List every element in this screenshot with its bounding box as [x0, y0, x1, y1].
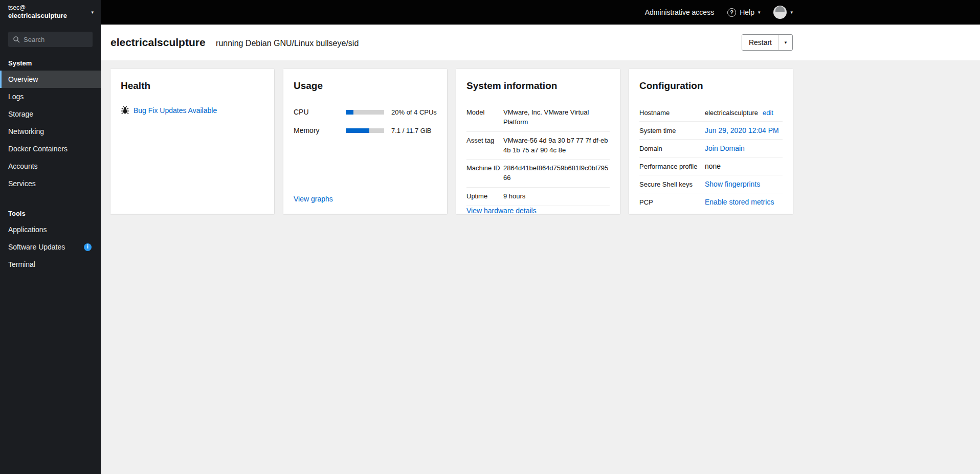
sidebar-item-logs[interactable]: Logs: [0, 88, 101, 105]
performance-profile-label: Performance profile: [639, 163, 705, 170]
usage-rows: CPU 20% of 4 CPUs Memory 7.1 / 11.7 GiB: [294, 108, 437, 145]
sidebar-item-docker-containers[interactable]: Docker Containers: [0, 140, 101, 157]
restart-button[interactable]: Restart: [742, 35, 778, 50]
table-row: Performance profile none: [639, 157, 783, 175]
pcp-label: PCP: [639, 198, 705, 206]
show-fingerprints-link[interactable]: Show fingerprints: [705, 180, 760, 188]
memory-usage-value: 7.1 / 11.7 GiB: [391, 127, 432, 134]
pcp-value: Enable stored metrics: [705, 198, 783, 206]
join-domain-link[interactable]: Join Domain: [705, 144, 745, 152]
view-hardware-details-link[interactable]: View hardware details: [466, 207, 537, 215]
hostname-text: electricalsculpture: [705, 109, 758, 117]
usage-card: Usage CPU 20% of 4 CPUs Memory 7.1 / 11.…: [283, 69, 447, 214]
performance-profile-value: none: [705, 162, 783, 170]
masthead-title-group: electricalsculpture running Debian GNU/L…: [110, 36, 359, 49]
machine-id-value: 2864d41bef864d759b681f9c0bf79566: [503, 164, 610, 183]
table-row: Asset tag VMware-56 4d 9a 30 b7 77 7f df…: [466, 132, 610, 160]
model-label: Model: [466, 108, 503, 127]
sidebar-item-terminal[interactable]: Terminal: [0, 256, 101, 273]
page-title: electricalsculpture: [110, 36, 206, 48]
view-graphs-link[interactable]: View graphs: [294, 195, 333, 203]
os-release-text: running Debian GNU/Linux bullseye/sid: [216, 39, 359, 48]
sidebar-item-overview[interactable]: Overview: [0, 71, 101, 88]
cpu-progress-bar: [346, 110, 384, 115]
system-info-rows: Model VMware, Inc. VMware Virtual Platfo…: [466, 104, 610, 206]
secure-shell-keys-value: Show fingerprints: [705, 180, 783, 188]
secure-shell-keys-label: Secure Shell keys: [639, 180, 705, 188]
sidebar-search: [8, 32, 93, 47]
card-title: Health: [121, 80, 264, 92]
main-area: Administrative access ? Help ▾ ▾ electri…: [101, 0, 980, 474]
administrative-access-button[interactable]: Administrative access: [645, 8, 714, 16]
restart-dropdown-toggle[interactable]: ▾: [778, 35, 792, 50]
chevron-down-icon: ▾: [785, 40, 787, 45]
session-menu-button[interactable]: ▾: [773, 6, 793, 19]
uptime-label: Uptime: [466, 192, 503, 201]
health-card: Health: [110, 69, 274, 214]
table-row: System time Jun 29, 2020 12:04 PM: [639, 122, 783, 140]
table-row: Domain Join Domain: [639, 140, 783, 157]
help-icon: ?: [727, 8, 736, 17]
current-host: electricalsculpture: [8, 12, 67, 20]
health-update-row: Bug Fix Updates Available: [121, 106, 264, 115]
chevron-down-icon: ▾: [790, 10, 793, 15]
cpu-usage-value: 20% of 4 CPUs: [391, 108, 437, 116]
machine-id-label: Machine ID: [466, 164, 503, 183]
sidebar-item-accounts[interactable]: Accounts: [0, 157, 101, 175]
system-time-label: System time: [639, 127, 705, 134]
card-title: System information: [466, 80, 610, 92]
system-time-value: Jun 29, 2020 12:04 PM: [705, 126, 783, 134]
table-row: Secure Shell keys Show fingerprints: [639, 175, 783, 193]
table-row: Uptime 9 hours: [466, 188, 610, 206]
card-title: Usage: [294, 80, 437, 92]
nav-section-tools: Tools Applications Software Updates i Te…: [0, 206, 101, 273]
content-area: Health: [101, 60, 980, 474]
chevron-down-icon: ▾: [91, 10, 94, 15]
search-input[interactable]: [8, 32, 93, 47]
logged-in-user: tsec@: [8, 4, 67, 12]
sidebar-item-software-updates[interactable]: Software Updates i: [0, 238, 101, 256]
table-row: Model VMware, Inc. VMware Virtual Platfo…: [466, 104, 610, 132]
host-switcher-text: tsec@ electricalsculpture: [8, 4, 67, 20]
restart-split-button: Restart ▾: [742, 34, 793, 51]
system-information-card: System information Model VMware, Inc. VM…: [456, 69, 620, 214]
sidebar-item-applications[interactable]: Applications: [0, 221, 101, 238]
host-switcher[interactable]: tsec@ electricalsculpture ▾: [0, 0, 101, 25]
search-icon: [13, 36, 20, 43]
hostname-value: electricalsculpture edit: [705, 108, 783, 117]
table-row: PCP Enable stored metrics: [639, 193, 783, 211]
configuration-rows: Hostname electricalsculpture edit System…: [639, 104, 783, 211]
sidebar-item-storage[interactable]: Storage: [0, 105, 101, 123]
memory-progress-bar: [346, 128, 384, 133]
sidebar-item-networking[interactable]: Networking: [0, 123, 101, 140]
card-title: Configuration: [639, 80, 783, 92]
help-label: Help: [740, 8, 754, 16]
cpu-label: CPU: [294, 108, 346, 116]
memory-usage-row: Memory 7.1 / 11.7 GiB: [294, 126, 437, 134]
system-time-link[interactable]: Jun 29, 2020 12:04 PM: [705, 126, 779, 134]
topbar: Administrative access ? Help ▾ ▾: [101, 0, 980, 25]
model-value: VMware, Inc. VMware Virtual Platform: [503, 108, 610, 127]
bug-fix-updates-link[interactable]: Bug Fix Updates Available: [133, 106, 217, 115]
nav-section-label: System: [0, 55, 101, 71]
nav-section-label: Tools: [0, 206, 101, 221]
memory-label: Memory: [294, 126, 346, 134]
table-row: Hostname electricalsculpture edit: [639, 104, 783, 122]
help-menu-button[interactable]: ? Help ▾: [727, 8, 760, 17]
edit-hostname-link[interactable]: edit: [763, 109, 773, 117]
uptime-value: 9 hours: [503, 192, 610, 201]
sidebar-item-services[interactable]: Services: [0, 175, 101, 192]
cpu-usage-row: CPU 20% of 4 CPUs: [294, 108, 437, 116]
sidebar: tsec@ electricalsculpture ▾ System Overv…: [0, 0, 101, 474]
table-row: Machine ID 2864d41bef864d759b681f9c0bf79…: [466, 160, 610, 188]
hostname-label: Hostname: [639, 109, 705, 117]
card-footer: View graphs: [294, 194, 437, 204]
configuration-card: Configuration Hostname electricalsculptu…: [629, 69, 793, 214]
asset-tag-label: Asset tag: [466, 136, 503, 155]
domain-value: Join Domain: [705, 144, 783, 152]
sidebar-item-label: Software Updates: [8, 243, 65, 251]
avatar: [773, 6, 787, 19]
bug-icon: [121, 106, 129, 115]
enable-stored-metrics-link[interactable]: Enable stored metrics: [705, 198, 774, 206]
asset-tag-value: VMware-56 4d 9a 30 b7 77 7f df-eb 4b 1b …: [503, 136, 610, 155]
